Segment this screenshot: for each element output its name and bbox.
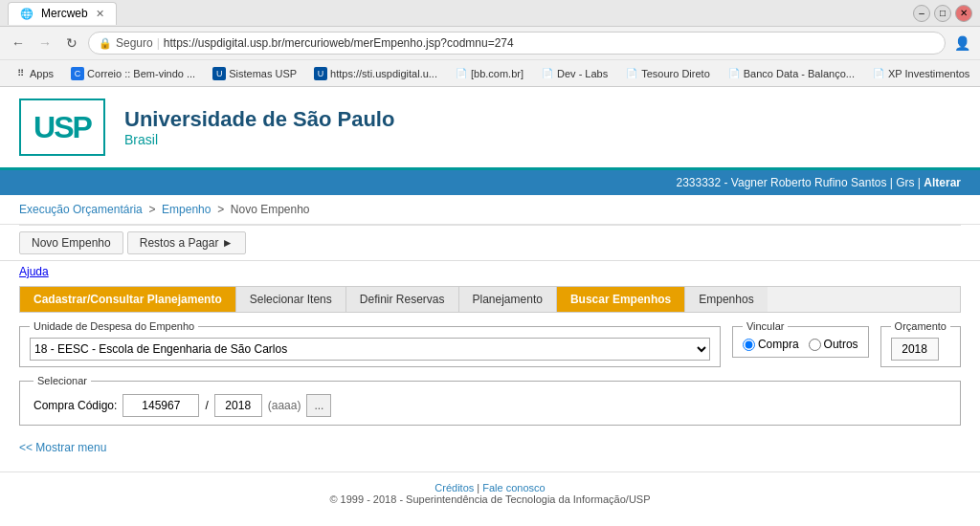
bookmark-sistemas-usp[interactable]: U Sistemas USP xyxy=(207,65,302,82)
breadcrumb-sep-1: > xyxy=(148,203,155,216)
page-content: USP Universidade de São Paulo Brasil 233… xyxy=(0,87,980,515)
orcamento-fieldset: Orçamento xyxy=(880,320,961,367)
compra-codigo-label: Compra Código: xyxy=(33,399,117,412)
dots-button[interactable]: ... xyxy=(306,394,331,417)
contact-link[interactable]: Fale conosco xyxy=(482,482,545,493)
vincular-outros-label[interactable]: Outros xyxy=(809,338,858,351)
breadcrumb: Execução Orçamentária > Empenho > Novo E… xyxy=(0,195,980,225)
bookmark-bb-label: [bb.com.br] xyxy=(471,68,523,79)
unidade-select[interactable]: 18 - EESC - Escola de Engenharia de São … xyxy=(30,338,710,361)
help-section: Ajuda xyxy=(0,261,980,282)
bookmark-sistemas-label: Sistemas USP xyxy=(229,68,297,79)
vincular-outros-text: Outros xyxy=(824,338,858,351)
top-nav: 2333332 - Vagner Roberto Rufino Santos |… xyxy=(0,170,980,195)
vincular-compra-text: Compra xyxy=(758,338,799,351)
secure-icon: 🔒 xyxy=(99,37,112,50)
bookmark-banco[interactable]: 📄 Banco Data - Balanço... xyxy=(722,65,860,82)
restos-arrow-icon: ► xyxy=(222,236,234,250)
banco-icon: 📄 xyxy=(727,67,741,80)
breadcrumb-sep-2: > xyxy=(217,203,224,216)
address-text: https://uspdigital.usp.br/mercurioweb/me… xyxy=(164,36,514,50)
bookmark-tesouro-label: Tesouro Direto xyxy=(641,68,710,79)
codigo-input[interactable] xyxy=(122,394,199,417)
page-footer: Créditos | Fale conosco © 1999 - 2018 - … xyxy=(0,471,980,515)
profile-button[interactable]: 👤 xyxy=(951,33,972,54)
ano-input[interactable] xyxy=(214,394,262,417)
tab-title: Mercweb xyxy=(41,7,88,20)
help-link[interactable]: Ajuda xyxy=(19,265,49,278)
user-info: 2333332 - Vagner Roberto Rufino Santos |… xyxy=(676,176,921,189)
vincular-compra-radio[interactable] xyxy=(743,339,755,351)
usp-icon-1: U xyxy=(212,67,226,80)
selecionar-row: Compra Código: / (aaaa) ... xyxy=(33,394,947,417)
breadcrumb-execucao[interactable]: Execução Orçamentária xyxy=(19,203,143,216)
forward-button[interactable]: → xyxy=(34,33,56,54)
tab-empenhos[interactable]: Empenhos xyxy=(685,287,767,312)
site-header: USP Universidade de São Paulo Brasil xyxy=(0,87,980,170)
university-name: Universidade de São Paulo xyxy=(124,107,394,132)
university-logo: USP xyxy=(19,99,105,156)
tesouro-icon: 📄 xyxy=(625,67,638,80)
change-link[interactable]: Alterar xyxy=(924,176,961,189)
selecionar-legend: Selecionar xyxy=(33,375,91,386)
correio-icon: C xyxy=(71,67,84,80)
breadcrumb-current: Novo Empenho xyxy=(231,203,310,216)
xp-icon: 📄 xyxy=(872,67,885,80)
orcamento-legend: Orçamento xyxy=(891,320,950,332)
browser-tab[interactable]: 🌐 Mercweb ✕ xyxy=(8,2,117,25)
bookmark-xp[interactable]: 📄 XP Investimentos xyxy=(866,65,975,82)
bookmark-sti[interactable]: U https://sti.uspdigital.u... xyxy=(308,65,443,82)
minimize-button[interactable]: – xyxy=(913,5,930,22)
bookmark-apps[interactable]: ⠿ Apps xyxy=(8,65,59,82)
unidade-legend: Unidade de Despesa do Empenho xyxy=(30,320,198,332)
bookmark-dev-label: Dev - Labs xyxy=(557,68,608,79)
novo-empenho-button[interactable]: Novo Empenho xyxy=(19,231,123,254)
tab-buscar-empenhos[interactable]: Buscar Empenhos xyxy=(557,287,685,312)
window-controls: – □ ✕ xyxy=(913,5,972,22)
bookmark-apps-label: Apps xyxy=(30,68,54,79)
bookmark-xp-label: XP Investimentos xyxy=(888,68,969,79)
apps-grid-icon: ⠿ xyxy=(13,67,27,80)
tab-planejamento[interactable]: Planejamento xyxy=(459,287,557,312)
site-title: Universidade de São Paulo Brasil xyxy=(124,107,394,147)
unidade-fieldset: Unidade de Despesa do Empenho 18 - EESC … xyxy=(19,320,721,367)
university-country: Brasil xyxy=(124,132,394,147)
bookmark-dev[interactable]: 📄 Dev - Labs xyxy=(535,65,613,82)
dev-icon: 📄 xyxy=(541,67,554,80)
usp-icon-2: U xyxy=(314,67,327,80)
tab-cadastrar[interactable]: Cadastrar/Consultar Planejamento xyxy=(20,287,236,312)
credits-link[interactable]: Créditos xyxy=(434,482,474,493)
fieldset-row: Unidade de Despesa do Empenho 18 - EESC … xyxy=(19,320,961,367)
bookmark-correio[interactable]: C Correio :: Bem-vindo ... xyxy=(65,65,201,82)
vincular-radio-group: Compra Outros xyxy=(743,338,858,351)
close-window-button[interactable]: ✕ xyxy=(955,5,972,22)
back-button[interactable]: ← xyxy=(8,33,29,54)
address-bar[interactable]: 🔒 Seguro | https://uspdigital.usp.br/mer… xyxy=(88,32,946,55)
footer-nav: << Mostrar menu xyxy=(0,433,980,462)
maximize-button[interactable]: □ xyxy=(934,5,951,22)
hint-text: (aaaa) xyxy=(268,399,301,412)
breadcrumb-empenho[interactable]: Empenho xyxy=(162,203,211,216)
form-area: Unidade de Despesa do Empenho 18 - EESC … xyxy=(19,320,961,426)
bookmark-tesouro[interactable]: 📄 Tesouro Direto xyxy=(619,65,716,82)
tab-selecionar-itens[interactable]: Selecionar Itens xyxy=(236,287,346,312)
bookmark-banco-label: Banco Data - Balanço... xyxy=(744,68,855,79)
restos-label: Restos a Pagar xyxy=(140,236,219,250)
orcamento-input[interactable] xyxy=(891,338,939,361)
title-bar: 🌐 Mercweb ✕ – □ ✕ xyxy=(0,0,980,27)
bookmark-bb[interactable]: 📄 [bb.com.br] xyxy=(449,65,529,82)
tab-definir-reservas[interactable]: Definir Reservas xyxy=(346,287,459,312)
refresh-button[interactable]: ↻ xyxy=(61,33,82,54)
bb-icon: 📄 xyxy=(455,67,468,80)
bookmark-correio-label: Correio :: Bem-vindo ... xyxy=(87,68,195,79)
vincular-compra-label[interactable]: Compra xyxy=(743,338,799,351)
tab-close-button[interactable]: ✕ xyxy=(96,8,104,20)
sub-nav: Novo Empenho Restos a Pagar ► xyxy=(0,226,980,261)
tabs-container: Cadastrar/Consultar Planejamento Selecio… xyxy=(19,286,961,313)
copyright-text: © 1999 - 2018 - Superintendência de Tecn… xyxy=(10,493,970,505)
bookmark-sti-label: https://sti.uspdigital.u... xyxy=(330,68,437,79)
show-menu-link[interactable]: << Mostrar menu xyxy=(19,441,106,454)
restos-a-pagar-button[interactable]: Restos a Pagar ► xyxy=(127,231,246,254)
vincular-outros-radio[interactable] xyxy=(809,339,821,351)
vincular-legend: Vincular xyxy=(743,320,789,332)
